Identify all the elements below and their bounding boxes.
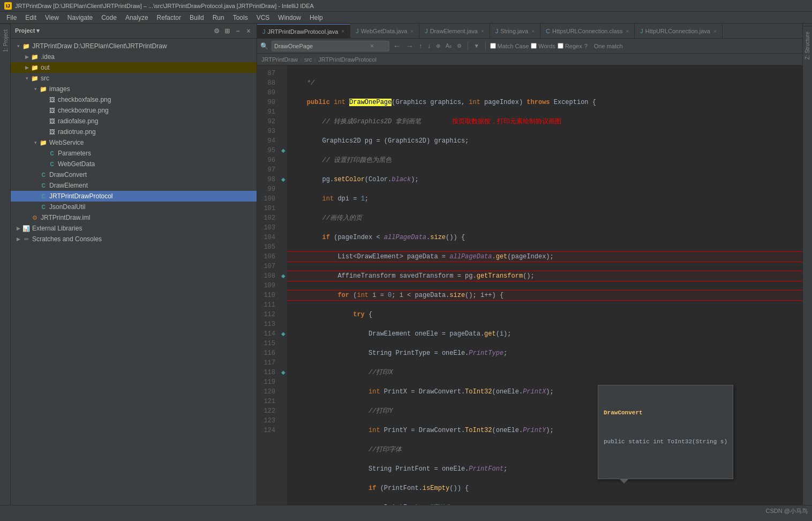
- tab-string[interactable]: J String.java ×: [490, 24, 540, 38]
- tree-item-checkboxfalse[interactable]: ▶ 🖼 checkboxfalse.png: [11, 94, 257, 105]
- extlib-icon: 📊: [22, 225, 30, 232]
- menu-view[interactable]: View: [41, 13, 63, 23]
- menu-file[interactable]: File: [2, 13, 21, 23]
- tree-item-idea[interactable]: ▶ 📁 .idea: [11, 51, 257, 62]
- tab-close-2[interactable]: ×: [410, 28, 413, 34]
- tab-httpurlconnection[interactable]: J HttpURLConnection.java ×: [635, 24, 722, 38]
- menu-tools[interactable]: Tools: [229, 13, 252, 23]
- tab-close-6[interactable]: ×: [713, 28, 717, 34]
- tab-close-3[interactable]: ×: [481, 28, 484, 34]
- search-divider: [468, 42, 468, 50]
- menu-build[interactable]: Build: [185, 13, 208, 23]
- iml-icon: ⚙: [31, 214, 39, 221]
- tree-label-ws: WebService: [49, 139, 84, 146]
- arrow-idea: ▶: [24, 54, 30, 60]
- javaclass-icon-jrt: C: [40, 192, 47, 200]
- search-prev-btn[interactable]: ←: [392, 42, 402, 50]
- javaclass-icon-de: C: [40, 182, 47, 189]
- layout-icon[interactable]: ⊞: [223, 27, 231, 35]
- search-input[interactable]: [272, 43, 369, 49]
- tree-label-iml: JRTPrintDraw.iml: [41, 214, 90, 221]
- breadcrumb-item-1[interactable]: JRTPrintDraw: [261, 56, 298, 63]
- code-line-96: List<DrawElement> pageData = allPageData…: [287, 252, 802, 262]
- menu-vcs[interactable]: VCS: [252, 13, 274, 23]
- search-clear-btn[interactable]: ×: [369, 42, 375, 50]
- regex-checkbox[interactable]: [558, 43, 563, 49]
- java-icon-tab3: J: [425, 28, 428, 34]
- search-filter-btn[interactable]: ▼: [472, 43, 481, 49]
- tree-label-rt: radiotrue.png: [58, 128, 96, 136]
- search-replace-btn[interactable]: Aᵦ: [444, 43, 453, 49]
- menu-run[interactable]: Run: [208, 13, 229, 23]
- tab-httpsurlconnection[interactable]: C HttpsURLConnection.class ×: [540, 24, 635, 38]
- settings-icon[interactable]: ⚙: [213, 27, 220, 35]
- tree-item-drawconvert[interactable]: ▶ C DrawConvert: [11, 169, 257, 180]
- breadcrumb-item-2[interactable]: src: [304, 56, 312, 63]
- tab-label-2: WebGetData.java: [361, 28, 408, 34]
- tree-item-webgetdata[interactable]: ▶ C WebGetData: [11, 159, 257, 169]
- java-icon-tab1: J: [262, 28, 266, 35]
- search-next-btn[interactable]: →: [404, 42, 415, 50]
- minimize-icon[interactable]: −: [234, 27, 242, 35]
- search-find-all-btn[interactable]: ⊕: [434, 43, 442, 49]
- tree-item-src[interactable]: ▾ 📁 src: [11, 73, 257, 84]
- menu-help[interactable]: Help: [305, 13, 327, 23]
- words-checkbox[interactable]: [531, 43, 537, 49]
- tree-item-extlib[interactable]: ▶ 📊 External Libraries: [11, 223, 257, 234]
- menu-refactor[interactable]: Refactor: [153, 13, 185, 23]
- menu-analyze[interactable]: Analyze: [121, 13, 153, 23]
- arrow-images: ▾: [32, 86, 39, 92]
- tree-item-root[interactable]: ▾ 📁 JRTPrintDraw D:\JREPlan\Client\JRTPr…: [11, 41, 257, 51]
- java-icon-tab4: J: [495, 28, 499, 34]
- match-case-text: Match Case: [498, 43, 529, 49]
- tab-close-5[interactable]: ×: [626, 28, 629, 34]
- words-label[interactable]: Words: [531, 43, 555, 49]
- arrow-ws: ▾: [32, 139, 39, 146]
- tab-close-4[interactable]: ×: [531, 28, 535, 34]
- code-line-102: //打印X: [287, 368, 802, 377]
- close-panel-icon[interactable]: ×: [245, 27, 252, 35]
- code-tooltip: DrawConvert public static int ToInt32(St…: [598, 385, 733, 479]
- tree-item-parameters[interactable]: ▶ C Parameters: [11, 148, 257, 159]
- tree-item-jrtprintdrawprotocol[interactable]: ▶ C JRTPrintDrawProtocol: [11, 191, 257, 202]
- arrow-src: ▾: [24, 75, 30, 81]
- scratches-icon: ✏: [22, 235, 30, 243]
- code-editor[interactable]: 87 88 89 90 91 92 93 94 95 96 97 98 99 1…: [257, 65, 802, 505]
- tree-item-drawelement[interactable]: ▶ C DrawElement: [11, 180, 257, 191]
- project-tab[interactable]: 1: Project: [0, 24, 10, 57]
- menu-window[interactable]: Window: [274, 13, 305, 23]
- folder-icon-src: 📁: [31, 75, 39, 82]
- breadcrumb-item-3[interactable]: JRTPrintDrawProtocol: [318, 56, 377, 63]
- tree-item-checkboxtrue[interactable]: ▶ 🖼 checkboxtrue.png: [11, 105, 257, 116]
- tree-label-src: src: [41, 75, 49, 82]
- match-case-checkbox[interactable]: [490, 43, 496, 49]
- menu-edit[interactable]: Edit: [21, 13, 41, 23]
- tab-drawelement[interactable]: J DrawElement.java ×: [419, 24, 490, 38]
- tab-webgetdata[interactable]: J WebGetData.java ×: [350, 24, 419, 38]
- regex-label[interactable]: Regex: [558, 43, 582, 49]
- tree-label-root: JRTPrintDraw D:\JREPlan\Client\JRTPrintD…: [32, 42, 167, 50]
- tree-item-radiotrue[interactable]: ▶ 🖼 radiotrue.png: [11, 126, 257, 137]
- search-up-btn[interactable]: ↑: [417, 42, 424, 50]
- java-icon-tab6: J: [640, 28, 643, 34]
- tree-item-jsondealutil[interactable]: ▶ C JsonDealUtil: [11, 202, 257, 212]
- tree-item-webservice[interactable]: ▾ 📁 WebService: [11, 137, 257, 148]
- tab-jrtprintdrawprotocol[interactable]: J JRTPrintDrawProtocol.java ×: [257, 24, 350, 38]
- line-numbers: 87 88 89 90 91 92 93 94 95 96 97 98 99 1…: [257, 65, 280, 505]
- search-settings-btn[interactable]: ⚙: [455, 43, 463, 49]
- tree-item-radiofalse[interactable]: ▶ 🖼 radiofalse.png: [11, 116, 257, 126]
- menu-navigate[interactable]: Navigate: [63, 13, 97, 23]
- javaclass-icon-dc: C: [40, 171, 47, 178]
- search-down-btn[interactable]: ↓: [426, 42, 432, 50]
- tree-item-out[interactable]: ▶ 📁 out: [11, 62, 257, 73]
- code-line-91: // 设置打印颜色为黑色: [287, 155, 802, 165]
- tree-item-images[interactable]: ▾ 📁 images: [11, 84, 257, 94]
- tree-item-iml[interactable]: ▶ ⚙ JRTPrintDraw.iml: [11, 212, 257, 223]
- gutter: ◆ ◆ ◆ ◆: [280, 65, 287, 505]
- menu-code[interactable]: Code: [97, 13, 121, 23]
- tree-item-scratches[interactable]: ▶ ✏ Scratches and Consoles: [11, 234, 257, 244]
- tab-close-1[interactable]: ×: [341, 28, 344, 34]
- structure-tab[interactable]: Z: Structure: [803, 26, 812, 65]
- code-content[interactable]: */ public int DrawOnePage(Graphics graph…: [287, 65, 802, 505]
- match-case-label[interactable]: Match Case: [490, 43, 529, 49]
